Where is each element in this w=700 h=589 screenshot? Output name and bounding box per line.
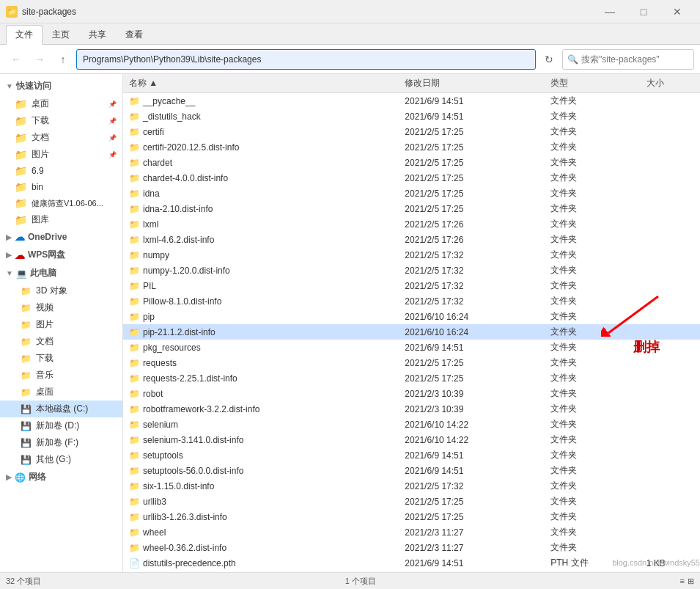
file-date-cell: 2021/2/5 17:32	[399, 293, 545, 309]
maximize-button[interactable]: □	[627, 0, 660, 23]
table-row[interactable]: 📁 Pillow-8.1.0.dist-info 2021/2/5 17:32 …	[123, 293, 700, 309]
network-header[interactable]: ▶ 🌐 网络	[0, 468, 122, 486]
column-name[interactable]: 名称 ▲	[123, 74, 399, 93]
grid-view-icon[interactable]: ⊞	[688, 577, 694, 586]
sidebar-item-health[interactable]: 📁 健康筛查V1.06-06...	[0, 195, 122, 211]
table-row[interactable]: 📁 selenium 2021/6/10 14:22 文件夹	[123, 417, 700, 432]
sidebar-item-video[interactable]: 📁 视频	[0, 299, 122, 316]
close-button[interactable]: ✕	[660, 0, 694, 23]
sidebar-item-label: 桌面	[32, 98, 49, 110]
sidebar-item-local-c[interactable]: 💾 本地磁盘 (C:)	[0, 400, 122, 417]
list-view-icon[interactable]: ≡	[680, 577, 685, 586]
folder-icon: 📁	[15, 214, 27, 226]
table-row[interactable]: 📁 _distutils_hack 2021/6/9 14:51 文件夹	[123, 109, 700, 124]
back-button[interactable]: ←	[6, 49, 26, 70]
table-row[interactable]: 📁 idna 2021/2/5 17:25 文件夹	[123, 186, 700, 201]
sidebar-item-library[interactable]: 📁 图库	[0, 211, 122, 228]
wps-header[interactable]: ▶ ☁ WPS网盘	[0, 246, 122, 264]
sidebar-item-other-g[interactable]: 💾 其他 (G:)	[0, 451, 122, 468]
sidebar-item-pictures[interactable]: 📁 图片 📌	[0, 146, 122, 163]
table-row[interactable]: 📄 README.txt 2021/5/3 17:34 文本文档 1 KB	[123, 571, 700, 572]
sidebar-item-pictures2[interactable]: 📁 图片	[0, 316, 122, 333]
tab-share[interactable]: 共享	[79, 25, 116, 44]
sidebar-item-bin[interactable]: 📁 bin	[0, 179, 122, 195]
chevron-icon: ▶	[6, 473, 12, 481]
table-row[interactable]: 📁 setuptools-56.0.0.dist-info 2021/6/9 1…	[123, 463, 700, 478]
table-row[interactable]: 📁 selenium-3.141.0.dist-info 2021/6/10 1…	[123, 432, 700, 447]
file-name-cell: 📁 pip	[123, 309, 399, 324]
table-row[interactable]: 📁 robotframework-3.2.2.dist-info 2021/2/…	[123, 401, 700, 417]
table-row[interactable]: 📁 robot 2021/2/3 10:39 文件夹	[123, 386, 700, 401]
column-size[interactable]: 大小	[641, 74, 700, 93]
sidebar-item-label: bin	[32, 182, 43, 192]
table-row[interactable]: 📁 wheel-0.36.2.dist-info 2021/2/3 11:27 …	[123, 540, 700, 555]
minimize-button[interactable]: —	[593, 0, 627, 23]
up-button[interactable]: ↑	[53, 49, 73, 70]
sidebar-item-desktop[interactable]: 📁 桌面 📌	[0, 95, 122, 112]
table-row[interactable]: 📁 numpy-1.20.0.dist-info 2021/2/5 17:32 …	[123, 263, 700, 278]
file-type-cell: 文件夹	[545, 524, 640, 540]
forward-button[interactable]: →	[29, 49, 50, 70]
table-row[interactable]: 📁 certifi-2020.12.5.dist-info 2021/2/5 1…	[123, 139, 700, 155]
refresh-button[interactable]: ↻	[539, 49, 559, 70]
table-row[interactable]: 📁 urllib3 2021/2/5 17:25 文件夹	[123, 494, 700, 509]
sidebar-item-3d[interactable]: 📁 3D 对象	[0, 282, 122, 299]
search-input[interactable]	[581, 54, 677, 65]
table-row[interactable]: 📁 setuptools 2021/6/9 14:51 文件夹	[123, 447, 700, 463]
table-row[interactable]: 📁 pip 2021/6/10 16:24 文件夹	[123, 309, 700, 324]
sidebar-item-volume-f[interactable]: 💾 新加卷 (F:)	[0, 434, 122, 451]
table-row[interactable]: 📁 lxml-4.6.2.dist-info 2021/2/5 17:26 文件…	[123, 232, 700, 247]
search-icon: 🔍	[567, 54, 578, 65]
table-row[interactable]: 📁 wheel 2021/2/3 11:27 文件夹	[123, 524, 700, 540]
table-row[interactable]: 📁 certifi 2021/2/5 17:25 文件夹	[123, 124, 700, 139]
table-row[interactable]: 📁 PIL 2021/2/5 17:32 文件夹	[123, 278, 700, 293]
table-row[interactable]: 📁 pip-21.1.2.dist-info 2021/6/10 16:24 文…	[123, 324, 700, 340]
file-icon: 📁	[129, 435, 140, 445]
sidebar-item-desktop2[interactable]: 📁 桌面	[0, 384, 122, 400]
tab-file[interactable]: 文件	[6, 25, 43, 45]
table-row[interactable]: 📁 __pycache__ 2021/6/9 14:51 文件夹	[123, 93, 700, 109]
file-name-text: lxml-4.6.2.dist-info	[143, 235, 214, 245]
table-row[interactable]: 📁 requests 2021/2/5 17:25 文件夹	[123, 355, 700, 370]
file-date-cell: 2021/6/10 16:24	[399, 309, 545, 324]
network-label: 网络	[29, 471, 46, 483]
sidebar-item-label: 桌面	[36, 386, 54, 398]
file-icon: 📁	[129, 158, 140, 168]
file-type-cell: 文件夹	[545, 386, 640, 401]
sidebar-item-6dot9[interactable]: 📁 6.9	[0, 163, 122, 179]
sidebar-item-downloads2[interactable]: 📁 下载	[0, 350, 122, 367]
search-box[interactable]: 🔍	[562, 49, 694, 70]
table-row[interactable]: 📁 chardet-4.0.0.dist-info 2021/2/5 17:25…	[123, 170, 700, 186]
this-pc-header[interactable]: ▼ 💻 此电脑	[0, 264, 122, 282]
onedrive-header[interactable]: ▶ ☁ OneDrive	[0, 228, 122, 246]
table-row[interactable]: 📁 numpy 2021/2/5 17:32 文件夹	[123, 247, 700, 263]
tab-home[interactable]: 主页	[43, 25, 79, 44]
sidebar-item-documents[interactable]: 📁 文档 📌	[0, 129, 122, 146]
sidebar-item-documents2[interactable]: 📁 文档	[0, 333, 122, 350]
table-row[interactable]: 📁 idna-2.10.dist-info 2021/2/5 17:25 文件夹	[123, 201, 700, 216]
file-size-cell	[641, 124, 700, 139]
table-row[interactable]: 📁 chardet 2021/2/5 17:25 文件夹	[123, 155, 700, 170]
column-date[interactable]: 修改日期	[399, 74, 545, 93]
table-row[interactable]: 📁 lxml 2021/2/5 17:26 文件夹	[123, 216, 700, 232]
file-icon: 📁	[129, 343, 140, 353]
tab-view[interactable]: 查看	[116, 25, 152, 44]
column-type[interactable]: 类型	[545, 74, 640, 93]
file-name-text: __pycache__	[143, 96, 195, 106]
file-name-text: urllib3	[143, 497, 166, 507]
table-row[interactable]: 📁 pkg_resources 2021/6/9 14:51 文件夹	[123, 340, 700, 355]
table-row[interactable]: 📁 six-1.15.0.dist-info 2021/2/5 17:32 文件…	[123, 478, 700, 494]
table-row[interactable]: 📁 requests-2.25.1.dist-info 2021/2/5 17:…	[123, 370, 700, 386]
quick-access-header[interactable]: ▼ 快速访问	[0, 77, 122, 95]
sidebar-item-volume-d[interactable]: 💾 新加卷 (D:)	[0, 417, 122, 434]
folder-icon: 📁	[6, 6, 18, 18]
file-name-cell: 📁 lxml	[123, 216, 399, 232]
sidebar-item-music[interactable]: 📁 音乐	[0, 367, 122, 384]
sidebar-item-downloads[interactable]: 📁 下载 📌	[0, 112, 122, 129]
file-type-cell: 文件夹	[545, 401, 640, 417]
table-row[interactable]: 📁 urllib3-1.26.3.dist-info 2021/2/5 17:2…	[123, 509, 700, 524]
file-date-cell: 2021/2/3 11:27	[399, 524, 545, 540]
folder-icon: 📁	[15, 197, 27, 209]
status-bar: 32 个项目 1 个项目 ≡ ⊞	[0, 572, 700, 589]
address-bar[interactable]: Programs\Python\Python39\Lib\site-packag…	[76, 49, 536, 70]
